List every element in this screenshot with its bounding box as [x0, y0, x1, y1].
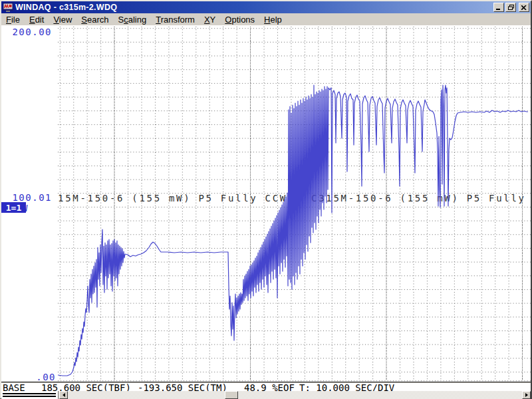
waveform-trace — [58, 85, 528, 376]
status-bar: BASE 185.600 SEC(TBF) -193.650 SEC(TM) 4… — [1, 383, 531, 391]
menu-item-edit[interactable]: Edit — [25, 14, 49, 25]
menu-item-scaling[interactable]: Scaling — [114, 14, 152, 25]
restore-button[interactable] — [505, 3, 516, 12]
close-button[interactable] — [519, 3, 529, 12]
windaq-app-icon — [3, 3, 13, 12]
menu-item-transform[interactable]: Transform — [151, 14, 200, 25]
y-axis-mid-label: 100.01 — [1, 192, 52, 203]
restore-icon — [508, 5, 514, 10]
horizontal-scrollbar-track[interactable] — [59, 391, 531, 399]
event-annotation-right: C315M-150-6 (155 mW) P5 Fully CC — [311, 193, 532, 203]
title-bar[interactable]: WINDAQ - c315m-2.WDQ — [1, 1, 531, 13]
waveform-plot — [1, 25, 531, 382]
scroll-left-button[interactable] — [59, 391, 68, 399]
compression-line — [3, 393, 56, 394]
y-axis-top-label: 200.00 — [1, 27, 52, 37]
menu-item-file[interactable]: File — [1, 14, 25, 25]
waveform-chart-area[interactable]: 200.00 100.01 mW .00 1=1 15M-150-6 (155 … — [1, 25, 531, 382]
arrow-left-icon — [63, 393, 65, 397]
menu-item-view[interactable]: View — [49, 14, 76, 25]
scroll-right-button[interactable] — [522, 391, 531, 399]
compression-indicator — [1, 391, 59, 399]
event-annotation-left: 15M-150-6 (155 mW) P5 Fully CCW — [58, 193, 287, 203]
minimize-button[interactable] — [493, 3, 504, 12]
compression-line — [3, 396, 56, 397]
menu-item-xy[interactable]: XY — [200, 14, 220, 25]
arrow-right-icon — [525, 393, 528, 397]
window-title: WINDAQ - c315m-2.WDQ — [15, 3, 117, 12]
menu-item-options[interactable]: Options — [220, 14, 259, 25]
close-icon — [521, 5, 527, 10]
menu-bar: FileEditViewSearchScalingTransformXYOpti… — [1, 13, 531, 25]
y-axis-bottom-label: .00 — [5, 372, 56, 382]
menu-item-search[interactable]: Search — [76, 14, 113, 25]
minimize-icon — [496, 5, 501, 10]
channel-gain-badge[interactable]: 1=1 — [1, 202, 26, 213]
horizontal-scrollbar-thumb[interactable] — [225, 391, 238, 399]
menu-item-help[interactable]: Help — [259, 14, 287, 25]
bottom-scroll-row — [1, 391, 531, 399]
caption-buttons — [493, 3, 529, 12]
app-window: WINDAQ - c315m-2.WDQ FileEditViewSearchS… — [0, 0, 532, 399]
